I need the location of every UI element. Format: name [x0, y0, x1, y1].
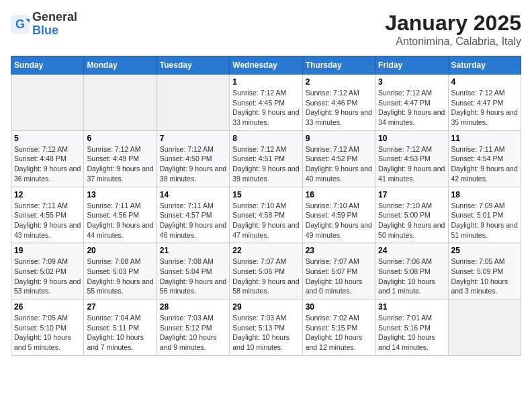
day-number: 10	[378, 134, 445, 143]
day-number: 20	[87, 246, 153, 255]
day-info: Sunrise: 7:08 AM Sunset: 5:04 PM Dayligh…	[160, 257, 226, 296]
weekday-header-cell: Monday	[84, 56, 157, 75]
day-number: 23	[306, 246, 372, 255]
day-info: Sunrise: 7:03 AM Sunset: 5:12 PM Dayligh…	[160, 313, 226, 353]
calendar-day-cell: 26Sunrise: 7:05 AM Sunset: 5:10 PM Dayli…	[11, 300, 84, 356]
day-info: Sunrise: 7:12 AM Sunset: 4:45 PM Dayligh…	[232, 88, 299, 128]
day-number: 14	[160, 190, 226, 199]
calendar-body: 1Sunrise: 7:12 AM Sunset: 4:45 PM Daylig…	[11, 75, 521, 356]
day-number: 12	[14, 190, 81, 199]
page-header: G General Blue January 2025 Antonimina, …	[11, 11, 521, 48]
day-info: Sunrise: 7:11 AM Sunset: 4:56 PM Dayligh…	[87, 201, 153, 240]
calendar-day-cell: 5Sunrise: 7:12 AM Sunset: 4:48 PM Daylig…	[11, 130, 84, 187]
day-number: 28	[160, 302, 226, 312]
day-number: 30	[306, 302, 372, 312]
day-info: Sunrise: 7:10 AM Sunset: 4:59 PM Dayligh…	[306, 201, 372, 240]
calendar-day-cell	[11, 75, 84, 131]
title-block: January 2025 Antonimina, Calabria, Italy	[385, 11, 521, 48]
weekday-header-cell: Wednesday	[230, 56, 302, 75]
day-number: 29	[232, 302, 299, 312]
calendar-day-cell	[157, 75, 229, 131]
day-info: Sunrise: 7:03 AM Sunset: 5:13 PM Dayligh…	[232, 313, 299, 353]
day-number: 5	[14, 134, 81, 143]
day-number: 8	[232, 134, 299, 143]
day-info: Sunrise: 7:12 AM Sunset: 4:47 PM Dayligh…	[378, 88, 445, 128]
calendar-day-cell: 19Sunrise: 7:09 AM Sunset: 5:02 PM Dayli…	[11, 243, 84, 300]
day-number: 2	[306, 77, 372, 87]
day-number: 15	[232, 190, 299, 199]
calendar-day-cell: 28Sunrise: 7:03 AM Sunset: 5:12 PM Dayli…	[157, 300, 229, 356]
calendar-day-cell: 10Sunrise: 7:12 AM Sunset: 4:53 PM Dayli…	[375, 130, 448, 187]
calendar-day-cell: 24Sunrise: 7:06 AM Sunset: 5:08 PM Dayli…	[375, 243, 448, 300]
day-info: Sunrise: 7:02 AM Sunset: 5:15 PM Dayligh…	[306, 313, 372, 353]
day-info: Sunrise: 7:05 AM Sunset: 5:10 PM Dayligh…	[14, 313, 81, 353]
day-number: 16	[306, 190, 372, 199]
day-number: 18	[451, 190, 518, 199]
calendar-week-row: 1Sunrise: 7:12 AM Sunset: 4:45 PM Daylig…	[11, 75, 521, 131]
weekday-header-cell: Sunday	[11, 56, 84, 75]
logo-general-text: General	[32, 10, 77, 24]
calendar-week-row: 19Sunrise: 7:09 AM Sunset: 5:02 PM Dayli…	[11, 243, 521, 300]
weekday-header-cell: Saturday	[448, 56, 521, 75]
weekday-header-cell: Tuesday	[157, 56, 229, 75]
calendar-day-cell: 29Sunrise: 7:03 AM Sunset: 5:13 PM Dayli…	[230, 300, 302, 356]
day-info: Sunrise: 7:12 AM Sunset: 4:48 PM Dayligh…	[14, 144, 81, 184]
logo: G General Blue	[11, 11, 77, 38]
calendar-day-cell: 18Sunrise: 7:09 AM Sunset: 5:01 PM Dayli…	[448, 187, 521, 243]
calendar-day-cell: 20Sunrise: 7:08 AM Sunset: 5:03 PM Dayli…	[84, 243, 157, 300]
day-info: Sunrise: 7:11 AM Sunset: 4:54 PM Dayligh…	[451, 144, 518, 184]
day-number: 21	[160, 246, 226, 255]
calendar-day-cell: 22Sunrise: 7:07 AM Sunset: 5:06 PM Dayli…	[230, 243, 302, 300]
day-info: Sunrise: 7:01 AM Sunset: 5:16 PM Dayligh…	[378, 313, 445, 353]
calendar-day-cell: 9Sunrise: 7:12 AM Sunset: 4:52 PM Daylig…	[302, 130, 375, 187]
day-info: Sunrise: 7:09 AM Sunset: 5:01 PM Dayligh…	[451, 201, 518, 240]
calendar-day-cell: 12Sunrise: 7:11 AM Sunset: 4:55 PM Dayli…	[11, 187, 84, 243]
day-number: 7	[160, 134, 226, 143]
day-number: 4	[451, 77, 518, 87]
day-number: 24	[378, 246, 445, 255]
day-info: Sunrise: 7:11 AM Sunset: 4:55 PM Dayligh…	[14, 201, 81, 240]
calendar-day-cell: 2Sunrise: 7:12 AM Sunset: 4:46 PM Daylig…	[302, 75, 375, 131]
day-number: 22	[232, 246, 299, 255]
calendar-day-cell: 6Sunrise: 7:12 AM Sunset: 4:49 PM Daylig…	[84, 130, 157, 187]
day-number: 31	[378, 302, 445, 312]
day-info: Sunrise: 7:06 AM Sunset: 5:08 PM Dayligh…	[378, 257, 445, 296]
month-title: January 2025	[385, 11, 521, 36]
calendar-day-cell: 4Sunrise: 7:12 AM Sunset: 4:47 PM Daylig…	[448, 75, 521, 131]
day-info: Sunrise: 7:12 AM Sunset: 4:50 PM Dayligh…	[160, 144, 226, 184]
calendar-day-cell: 31Sunrise: 7:01 AM Sunset: 5:16 PM Dayli…	[375, 300, 448, 356]
calendar-week-row: 12Sunrise: 7:11 AM Sunset: 4:55 PM Dayli…	[11, 187, 521, 243]
calendar-day-cell: 14Sunrise: 7:11 AM Sunset: 4:57 PM Dayli…	[157, 187, 229, 243]
calendar-day-cell: 15Sunrise: 7:10 AM Sunset: 4:58 PM Dayli…	[230, 187, 302, 243]
calendar-day-cell	[448, 300, 521, 356]
day-number: 3	[378, 77, 445, 87]
day-number: 19	[14, 246, 81, 255]
weekday-header-cell: Thursday	[302, 56, 375, 75]
calendar-day-cell: 7Sunrise: 7:12 AM Sunset: 4:50 PM Daylig…	[157, 130, 229, 187]
calendar-day-cell	[84, 75, 157, 131]
day-info: Sunrise: 7:12 AM Sunset: 4:52 PM Dayligh…	[306, 144, 372, 184]
logo-icon: G	[11, 15, 30, 34]
calendar-day-cell: 25Sunrise: 7:05 AM Sunset: 5:09 PM Dayli…	[448, 243, 521, 300]
day-info: Sunrise: 7:10 AM Sunset: 5:00 PM Dayligh…	[378, 201, 445, 240]
calendar-day-cell: 23Sunrise: 7:07 AM Sunset: 5:07 PM Dayli…	[302, 243, 375, 300]
day-info: Sunrise: 7:04 AM Sunset: 5:11 PM Dayligh…	[87, 313, 153, 353]
day-info: Sunrise: 7:12 AM Sunset: 4:51 PM Dayligh…	[232, 144, 299, 184]
day-number: 17	[378, 190, 445, 199]
calendar-day-cell: 30Sunrise: 7:02 AM Sunset: 5:15 PM Dayli…	[302, 300, 375, 356]
logo-blue-text: Blue	[32, 24, 58, 37]
day-info: Sunrise: 7:10 AM Sunset: 4:58 PM Dayligh…	[232, 201, 299, 240]
day-number: 26	[14, 302, 81, 312]
weekday-header-cell: Friday	[375, 56, 448, 75]
day-info: Sunrise: 7:08 AM Sunset: 5:03 PM Dayligh…	[87, 257, 153, 296]
day-info: Sunrise: 7:07 AM Sunset: 5:06 PM Dayligh…	[232, 257, 299, 296]
day-number: 9	[306, 134, 372, 143]
calendar-day-cell: 11Sunrise: 7:11 AM Sunset: 4:54 PM Dayli…	[448, 130, 521, 187]
day-info: Sunrise: 7:12 AM Sunset: 4:49 PM Dayligh…	[87, 144, 153, 184]
calendar-table: SundayMondayTuesdayWednesdayThursdayFrid…	[11, 56, 521, 356]
day-number: 11	[451, 134, 518, 143]
day-number: 25	[451, 246, 518, 255]
day-info: Sunrise: 7:11 AM Sunset: 4:57 PM Dayligh…	[160, 201, 226, 240]
calendar-week-row: 26Sunrise: 7:05 AM Sunset: 5:10 PM Dayli…	[11, 300, 521, 356]
calendar-day-cell: 17Sunrise: 7:10 AM Sunset: 5:00 PM Dayli…	[375, 187, 448, 243]
